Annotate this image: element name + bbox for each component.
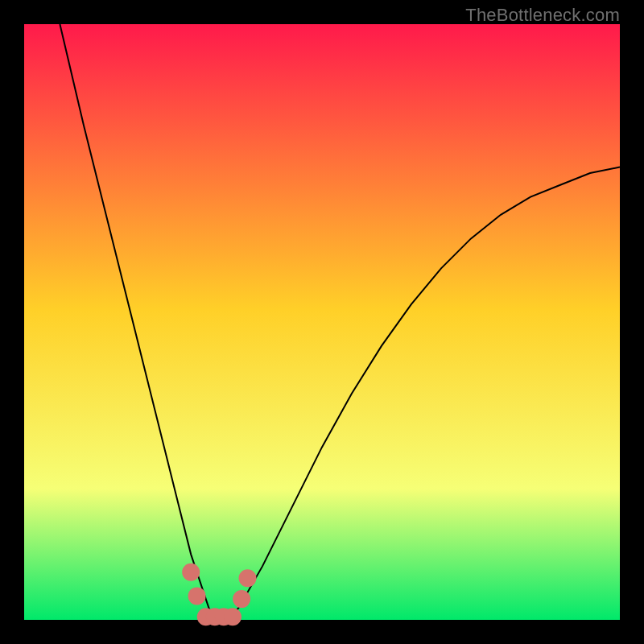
gradient-panel <box>24 24 620 620</box>
marker-dot <box>224 608 242 625</box>
watermark-text: TheBottleneck.com <box>465 5 620 26</box>
marker-dot <box>239 569 257 587</box>
marker-dot <box>233 590 250 608</box>
marker-dot <box>182 564 200 581</box>
bottleneck-chart <box>0 0 644 644</box>
marker-dot <box>188 587 206 605</box>
chart-container: TheBottleneck.com <box>0 0 644 644</box>
